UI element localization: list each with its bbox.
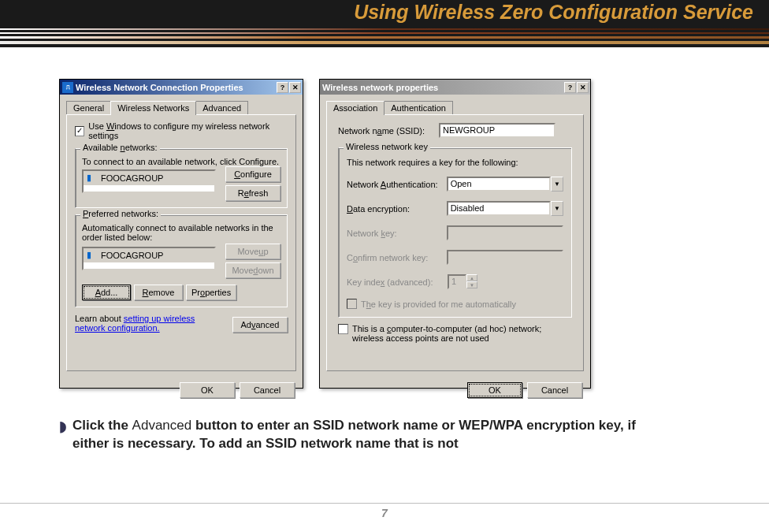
use-windows-label: Use Windows to configure my wireless net… [88, 121, 288, 140]
help-button[interactable]: ? [564, 82, 576, 93]
close-button[interactable]: ✕ [289, 82, 301, 93]
chevron-down-icon[interactable]: ▼ [551, 201, 563, 216]
confirm-key-label: Confirm network key: [347, 253, 440, 262]
tab-strip: Association Authentication [326, 101, 584, 114]
wireless-key-group: Wireless network key This network requir… [338, 147, 572, 318]
tab-advanced[interactable]: Advanced [195, 101, 248, 114]
tab-content: ✓ Use Windows to configure my wireless n… [66, 114, 296, 371]
tab-wireless-networks[interactable]: Wireless Networks [110, 101, 196, 115]
network-key-label: Network key: [347, 229, 440, 238]
available-hint: To connect to an available network, clic… [82, 157, 280, 166]
advanced-button[interactable]: Advanced [232, 317, 288, 333]
confirm-key-input [447, 250, 563, 265]
preferred-networks-group: Preferred networks: Automatically connec… [75, 214, 288, 307]
key-index-spinner: 1 ▲▼ [448, 274, 477, 289]
list-item[interactable]: ▮ FOOCAGROUP [84, 171, 214, 185]
page-title: Using Wireless Zero Configuration Servic… [354, 1, 753, 24]
remove-button[interactable]: Remove [134, 285, 183, 300]
chevron-down-icon[interactable]: ▼ [551, 177, 563, 192]
cancel-button[interactable]: Cancel [240, 382, 295, 398]
list-item[interactable]: ▮ FOOCAGROUP [84, 248, 214, 262]
wireless-connection-properties-dialog: ⎍ Wireless Network Connection Properties… [59, 79, 303, 389]
key-group-title: Wireless network key [344, 142, 430, 151]
add-button[interactable]: Add... [82, 285, 131, 300]
titlebar: ⎍ Wireless Network Connection Properties… [60, 80, 303, 95]
move-down-button[interactable]: Move down [225, 262, 280, 278]
spin-down-icon: ▼ [466, 281, 477, 288]
encryption-label: Data encryption: [347, 204, 440, 214]
ssid-label: Network name (SSID): [338, 126, 433, 136]
tab-authentication[interactable]: Authentication [384, 101, 453, 114]
screenshots-row: ⎍ Wireless Network Connection Properties… [0, 47, 769, 389]
auth-dropdown[interactable]: Open▼ [447, 177, 563, 192]
header-band: Using Wireless Zero Configuration Servic… [0, 0, 769, 47]
configure-button[interactable]: Configure [225, 166, 280, 182]
auth-label: Network Authentication: [347, 180, 440, 189]
dialog-title: Wireless Network Connection Properties [76, 83, 243, 92]
ssid-input[interactable]: NEWGROUP [439, 123, 555, 138]
spin-up-icon: ▲ [466, 274, 477, 281]
tab-association[interactable]: Association [326, 101, 384, 115]
auto-key-checkbox [347, 299, 357, 309]
header-decor [0, 28, 769, 47]
refresh-button[interactable]: Refresh [225, 185, 280, 201]
antenna-icon: ▮ [87, 173, 98, 184]
network-icon: ⎍ [62, 82, 73, 93]
learn-row: Learn about setting up wireless network … [75, 314, 288, 333]
network-key-input [447, 225, 563, 240]
preferred-group-title: Preferred networks: [80, 209, 161, 218]
learn-prefix: Learn about [75, 314, 124, 323]
close-button[interactable]: ✕ [577, 82, 589, 93]
preferred-networks-list[interactable]: ▮ FOOCAGROUP [82, 247, 216, 270]
tab-content: Network name (SSID): NEWGROUP Wireless n… [326, 114, 584, 371]
help-button[interactable]: ? [277, 82, 288, 93]
preferred-hint: Automatically connect to available netwo… [82, 223, 280, 242]
cancel-button[interactable]: Cancel [527, 382, 582, 398]
available-networks-group: Available networks: To connect to an ava… [75, 148, 288, 208]
page-number: 7 [0, 503, 769, 519]
ok-button[interactable]: OK [467, 382, 522, 398]
titlebar: Wireless network properties ? ✕ [320, 80, 590, 95]
available-networks-list[interactable]: ▮ FOOCAGROUP [82, 169, 216, 193]
use-windows-checkbox[interactable]: ✓ [75, 126, 84, 136]
encryption-dropdown[interactable]: Disabled▼ [447, 201, 563, 216]
dialog-title: Wireless network properties [322, 83, 438, 92]
tab-strip: General Wireless Networks Advanced [66, 101, 296, 114]
adhoc-label: This is a computer-to-computer (ad hoc) … [352, 324, 565, 343]
bullet-icon: ◗ [59, 417, 66, 453]
advanced-word: Advanced [132, 418, 192, 433]
key-hint: This network requires a key for the foll… [347, 158, 563, 167]
adhoc-checkbox[interactable] [338, 324, 348, 334]
move-up-button[interactable]: Move up [225, 244, 280, 259]
tab-general[interactable]: General [66, 101, 111, 114]
antenna-icon: ▮ [87, 250, 98, 261]
ok-button[interactable]: OK [180, 382, 235, 398]
wireless-network-properties-dialog: Wireless network properties ? ✕ Associat… [319, 79, 591, 389]
available-group-title: Available networks: [80, 143, 160, 152]
properties-button[interactable]: Properties [186, 285, 236, 300]
key-index-label: Key index (advanced): [347, 277, 441, 287]
auto-key-label: The key is provided for me automatically [361, 299, 516, 309]
